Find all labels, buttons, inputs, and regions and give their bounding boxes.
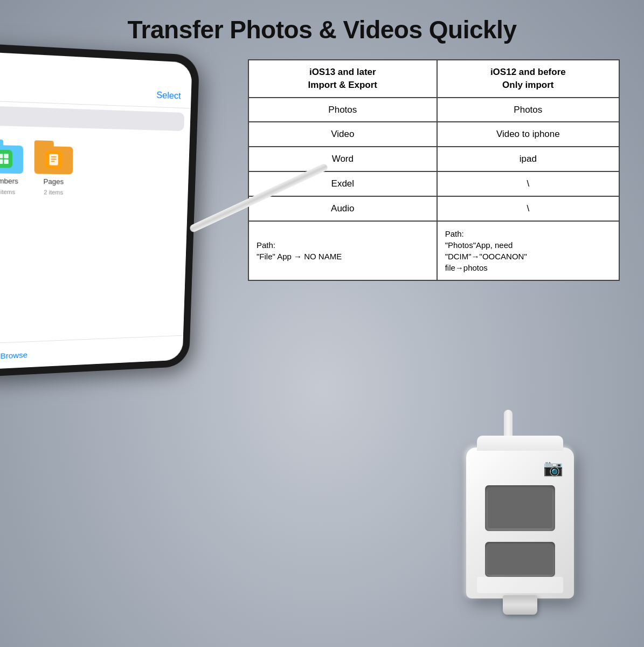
page-title: Transfer Photos & Videos Quickly <box>0 15 644 44</box>
table-path-col2: Path:"Photos"App, need"DCIM"→"OOCANON"fi… <box>437 221 619 280</box>
sd-card-slot-1-inner <box>488 488 552 528</box>
table-header-col1: iOS13 and laterImport & Export <box>248 60 437 98</box>
phone-search-bar <box>0 106 184 131</box>
phone-screen: Select <box>0 51 192 370</box>
pages-app-icon <box>45 150 63 169</box>
lightning-connector <box>503 595 537 615</box>
numbers-folder-item[interactable]: Numbers 10 items <box>0 139 23 335</box>
sd-card-slot-2 <box>485 542 555 577</box>
table-cell: ipad <box>437 147 619 171</box>
table-path-col1: Path:"File" App → NO NAME <box>248 221 437 280</box>
browse-button[interactable]: Browse <box>0 349 27 362</box>
svg-rect-2 <box>0 159 3 164</box>
svg-rect-3 <box>4 160 8 164</box>
table-path-row: Path:"File" App → NO NAME Path:"Photos"A… <box>248 221 619 280</box>
numbers-folder-icon <box>0 139 23 174</box>
device-top-ridge <box>477 436 563 451</box>
table-cell-word: Word <box>248 147 437 171</box>
table-cell: Video to iphone <box>437 122 619 147</box>
device-label-area <box>477 577 563 593</box>
pages-folder-name: Pages <box>44 177 64 186</box>
svg-rect-0 <box>0 154 3 159</box>
table-row: Video Video to iphone <box>248 122 619 147</box>
sd-card-slot-1 <box>485 485 555 531</box>
table-cell: Photos <box>248 98 437 122</box>
table-row: Photos Photos <box>248 98 619 122</box>
pages-folder-count: 2 items <box>44 189 63 195</box>
pages-folder-icon <box>34 140 73 174</box>
pages-folder-item[interactable]: Pages 2 items <box>34 140 73 333</box>
svg-rect-7 <box>51 161 55 162</box>
info-table-container: iOS13 and laterImport & Export iOS12 and… <box>248 59 620 281</box>
phone-body: Select <box>0 43 199 378</box>
table-cell: \ <box>437 196 619 221</box>
table-header-col2: iOS12 and beforeOnly import <box>437 60 619 98</box>
phone-files-grid: Numbers 10 items <box>0 129 190 343</box>
svg-rect-5 <box>51 156 57 157</box>
browse-label: Browse <box>1 350 27 361</box>
usb-card-reader: 📷 <box>439 410 601 615</box>
phone-mockup: Select <box>0 54 269 388</box>
table-cell: Video <box>248 122 437 147</box>
compatibility-table: iOS13 and laterImport & Export iOS12 and… <box>248 59 620 281</box>
numbers-folder-name: Numbers <box>0 177 18 185</box>
numbers-folder-count: 10 items <box>0 188 15 195</box>
table-cell: \ <box>437 171 619 196</box>
phone-select-button[interactable]: Select <box>156 90 181 101</box>
device-body: 📷 <box>466 448 574 598</box>
svg-rect-1 <box>4 154 8 159</box>
table-row: Word ipad <box>248 147 619 171</box>
numbers-app-icon <box>0 149 12 168</box>
table-cell: Audio <box>248 196 437 221</box>
camera-icon: 📷 <box>543 458 563 477</box>
svg-rect-6 <box>51 159 57 160</box>
sd-card-slot-2-inner <box>487 544 553 575</box>
table-row: Audio \ <box>248 196 619 221</box>
table-cell: Photos <box>437 98 619 122</box>
